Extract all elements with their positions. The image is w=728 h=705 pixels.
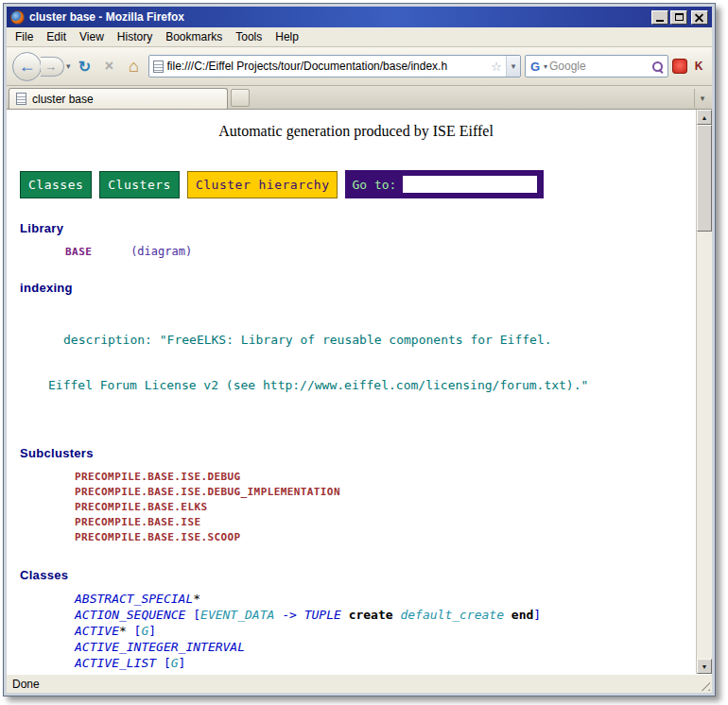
- class-link[interactable]: ACTIVE_INTEGER_INTERVAL: [75, 640, 245, 654]
- menu-item[interactable]: Tools: [229, 27, 269, 46]
- description-line: Eiffel Forum License v2 (see http://www.…: [48, 378, 696, 393]
- page-icon: [153, 60, 164, 73]
- class-entry: ACTIVE_INTEGER_INTERVAL: [75, 639, 696, 655]
- code-segment: [: [156, 656, 171, 670]
- content-area: Automatic generation produced by ISE Eif…: [7, 110, 712, 674]
- class-entry: ACTIVE* [G]: [75, 623, 696, 639]
- classes-heading: Classes: [20, 568, 696, 582]
- menu-item[interactable]: Bookmarks: [159, 27, 229, 46]
- class-list: ABSTRACT_SPECIAL*ACTION_SEQUENCE [EVENT_…: [75, 591, 696, 674]
- extension-icon-2[interactable]: K: [691, 59, 706, 74]
- tab-strip-button[interactable]: [231, 89, 250, 107]
- window-controls: [651, 10, 708, 25]
- subcluster-link[interactable]: PRECOMPILE.BASE.ELKS: [75, 500, 696, 515]
- scrollbar-track[interactable]: [697, 232, 712, 659]
- code-segment: [504, 608, 511, 622]
- back-button[interactable]: ←: [12, 52, 42, 81]
- menu-item[interactable]: Help: [269, 27, 305, 46]
- url-input[interactable]: [167, 60, 488, 73]
- resize-grip[interactable]: [698, 679, 710, 691]
- menu-item[interactable]: View: [73, 27, 111, 46]
- scroll-down-button[interactable]: ▼: [697, 659, 712, 674]
- menu-item[interactable]: Edit: [40, 27, 73, 46]
- code-segment: *: [193, 592, 200, 606]
- menu-item[interactable]: History: [111, 27, 159, 46]
- tab-bar: cluster base ▾: [7, 86, 712, 110]
- base-cluster-link[interactable]: BASE: [65, 246, 93, 258]
- search-magnifier-icon[interactable]: [650, 60, 665, 74]
- code-segment: [: [127, 624, 142, 638]
- code-segment: ->: [274, 608, 303, 622]
- bookmark-star-icon[interactable]: ☆: [491, 60, 502, 74]
- back-icon: ←: [19, 57, 36, 77]
- maximize-button[interactable]: [670, 10, 687, 25]
- close-icon: [695, 13, 704, 22]
- indexing-description: description: "FreeELKS: Library of reusa…: [16, 302, 696, 423]
- refresh-button[interactable]: ↻: [75, 56, 95, 77]
- subcluster-link[interactable]: PRECOMPILE.BASE.ISE.DEBUG: [75, 470, 696, 485]
- library-row: BASE (diagram): [65, 245, 696, 258]
- code-segment: ]: [148, 624, 156, 638]
- google-icon: G: [529, 60, 542, 73]
- page-content: Automatic generation produced by ISE Eif…: [7, 110, 696, 674]
- code-segment: [: [185, 608, 200, 622]
- menu-item[interactable]: File: [9, 27, 40, 46]
- refresh-icon: ↻: [78, 58, 91, 76]
- nav-button[interactable]: Clusters: [99, 171, 180, 198]
- stop-button[interactable]: ×: [99, 56, 120, 77]
- history-dropdown[interactable]: ▾: [66, 61, 71, 71]
- search-input[interactable]: [549, 60, 649, 73]
- minimize-button[interactable]: [651, 10, 668, 25]
- subclusters-heading: Subclusters: [20, 446, 696, 460]
- code-segment: ]: [533, 608, 541, 622]
- search-box[interactable]: G ▾: [525, 55, 668, 77]
- description-line: description: "FreeELKS: Library of reusa…: [63, 333, 696, 348]
- list-all-tabs-button[interactable]: ▾: [694, 89, 710, 108]
- search-engine-dropdown[interactable]: ▾: [544, 62, 547, 71]
- extension-icon-1[interactable]: [672, 59, 687, 74]
- class-link[interactable]: ACTIVE_LIST: [75, 656, 156, 670]
- close-button[interactable]: [691, 10, 708, 25]
- tab-label: cluster base: [32, 93, 94, 106]
- scroll-up-button[interactable]: ▲: [697, 110, 712, 125]
- forward-button[interactable]: →: [41, 57, 64, 77]
- code-segment: EVENT_DATA: [200, 608, 274, 622]
- status-text: Done: [12, 678, 40, 691]
- status-bar: Done: [7, 674, 712, 693]
- code-segment: create: [349, 608, 393, 622]
- location-bar[interactable]: ☆ ▾: [148, 55, 521, 77]
- title-bar[interactable]: cluster base - Mozilla Firefox: [7, 7, 712, 27]
- code-segment: end: [511, 608, 533, 622]
- code-segment: *: [119, 624, 127, 638]
- menu-bar: FileEditViewHistoryBookmarksToolsHelp: [7, 27, 712, 47]
- home-button[interactable]: ⌂: [124, 56, 145, 77]
- class-link[interactable]: TUPLE: [304, 608, 341, 622]
- code-segment: G: [171, 656, 179, 670]
- class-link[interactable]: ACTIVE: [75, 624, 119, 638]
- tab-page-icon: [16, 93, 26, 105]
- tab-cluster-base[interactable]: cluster base: [9, 88, 228, 109]
- home-icon: ⌂: [129, 57, 139, 77]
- vertical-scrollbar[interactable]: ▲ ▼: [696, 110, 712, 674]
- goto-box: Go to:: [345, 170, 544, 198]
- library-heading: Library: [20, 221, 696, 235]
- class-link[interactable]: ABSTRACT_SPECIAL: [75, 592, 193, 606]
- subcluster-link[interactable]: PRECOMPILE.BASE.ISE.DEBUG_IMPLEMENTATION: [75, 485, 696, 500]
- nav-button[interactable]: Cluster hierarchy: [187, 171, 338, 198]
- window-title: cluster base - Mozilla Firefox: [29, 10, 184, 24]
- code-segment: ]: [179, 656, 186, 670]
- nav-button[interactable]: Classes: [20, 171, 92, 198]
- goto-label: Go to:: [352, 178, 396, 192]
- subcluster-link[interactable]: PRECOMPILE.BASE.ISE.SCOOP: [75, 530, 696, 545]
- scrollbar-thumb[interactable]: [697, 125, 712, 232]
- class-link[interactable]: ACTION_SEQUENCE: [75, 608, 185, 622]
- goto-input[interactable]: [403, 176, 537, 193]
- doc-nav-row: ClassesClustersCluster hierarchy Go to:: [20, 170, 696, 198]
- url-dropdown[interactable]: ▾: [506, 56, 520, 77]
- subcluster-link[interactable]: PRECOMPILE.BASE.ISE: [75, 515, 696, 530]
- page-banner: Automatic generation produced by ISE Eif…: [16, 123, 696, 140]
- browser-window: cluster base - Mozilla Firefox FileEditV…: [3, 3, 716, 696]
- indexing-heading: indexing: [20, 281, 696, 295]
- firefox-icon: [10, 10, 25, 25]
- diagram-link[interactable]: (diagram): [130, 245, 192, 258]
